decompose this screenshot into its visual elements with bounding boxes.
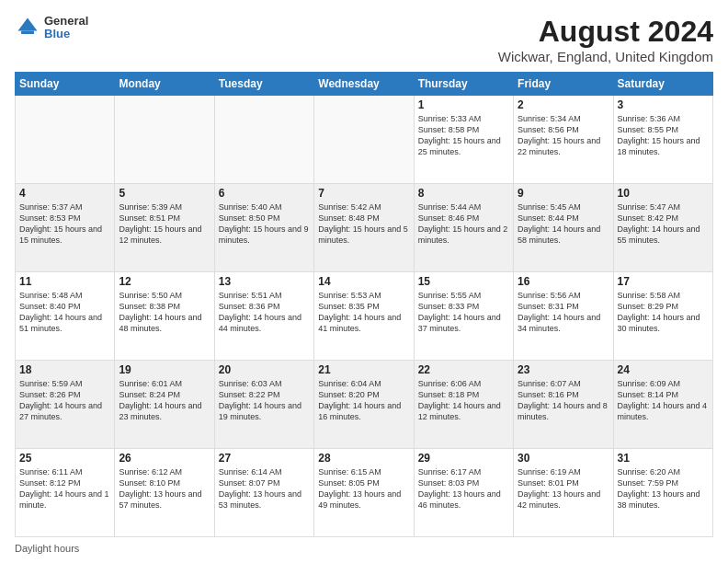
day-info: Sunrise: 5:33 AM Sunset: 8:58 PM Dayligh…: [418, 113, 509, 158]
day-number: 6: [219, 187, 310, 200]
day-number: 2: [518, 98, 609, 111]
calendar-cell: 20Sunrise: 6:03 AM Sunset: 8:22 PM Dayli…: [214, 361, 313, 449]
day-info: Sunrise: 5:53 AM Sunset: 8:35 PM Dayligh…: [318, 290, 409, 335]
day-info: Sunrise: 5:39 AM Sunset: 8:51 PM Dayligh…: [119, 201, 210, 247]
day-number: 12: [119, 275, 210, 288]
week-row-2: 11Sunrise: 5:48 AM Sunset: 8:40 PM Dayli…: [16, 272, 713, 361]
calendar-cell: 31Sunrise: 6:20 AM Sunset: 7:59 PM Dayli…: [613, 449, 712, 537]
day-info: Sunrise: 5:37 AM Sunset: 8:53 PM Dayligh…: [19, 201, 110, 247]
day-info: Sunrise: 6:11 AM Sunset: 8:12 PM Dayligh…: [19, 466, 110, 511]
day-number: 24: [618, 363, 709, 376]
calendar-cell: 30Sunrise: 6:19 AM Sunset: 8:01 PM Dayli…: [514, 449, 613, 537]
logo-text: General Blue: [44, 15, 88, 41]
day-number: 16: [518, 275, 609, 288]
main-title: August 2024: [498, 15, 713, 49]
day-info: Sunrise: 5:59 AM Sunset: 8:26 PM Dayligh…: [19, 378, 110, 423]
title-block: August 2024 Wickwar, England, United Kin…: [498, 15, 713, 64]
day-number: 1: [418, 98, 509, 111]
calendar-cell: 19Sunrise: 6:01 AM Sunset: 8:24 PM Dayli…: [115, 361, 214, 449]
calendar-cell: 9Sunrise: 5:45 AM Sunset: 8:44 PM Daylig…: [514, 184, 613, 272]
day-number: 9: [518, 187, 609, 200]
day-info: Sunrise: 5:51 AM Sunset: 8:36 PM Dayligh…: [219, 290, 310, 335]
col-header-friday: Friday: [514, 73, 613, 96]
calendar-cell: 6Sunrise: 5:40 AM Sunset: 8:50 PM Daylig…: [214, 184, 313, 272]
day-number: 26: [119, 452, 210, 465]
logo-icon: [15, 15, 40, 40]
day-number: 5: [119, 187, 210, 200]
calendar-cell: [16, 96, 115, 184]
page: General Blue August 2024 Wickwar, Englan…: [0, 0, 728, 563]
day-info: Sunrise: 6:19 AM Sunset: 8:01 PM Dayligh…: [518, 466, 609, 511]
day-info: Sunrise: 6:15 AM Sunset: 8:05 PM Dayligh…: [318, 466, 409, 511]
day-info: Sunrise: 5:48 AM Sunset: 8:40 PM Dayligh…: [19, 290, 110, 335]
calendar-cell: [314, 96, 414, 184]
day-info: Sunrise: 6:09 AM Sunset: 8:14 PM Dayligh…: [618, 378, 709, 423]
day-number: 25: [19, 452, 110, 465]
col-header-sunday: Sunday: [16, 73, 115, 96]
day-info: Sunrise: 6:20 AM Sunset: 7:59 PM Dayligh…: [618, 466, 709, 511]
logo: General Blue: [15, 15, 88, 41]
col-header-saturday: Saturday: [613, 73, 712, 96]
day-number: 8: [418, 187, 509, 200]
day-info: Sunrise: 6:12 AM Sunset: 8:10 PM Dayligh…: [119, 466, 210, 511]
day-number: 22: [418, 363, 509, 376]
day-info: Sunrise: 5:34 AM Sunset: 8:56 PM Dayligh…: [518, 113, 609, 158]
day-info: Sunrise: 5:44 AM Sunset: 8:46 PM Dayligh…: [418, 201, 509, 247]
calendar-cell: 13Sunrise: 5:51 AM Sunset: 8:36 PM Dayli…: [214, 272, 313, 361]
footer: Daylight hours: [15, 543, 713, 554]
day-info: Sunrise: 5:45 AM Sunset: 8:44 PM Dayligh…: [518, 201, 609, 247]
calendar-cell: 15Sunrise: 5:55 AM Sunset: 8:33 PM Dayli…: [414, 272, 513, 361]
calendar-cell: 2Sunrise: 5:34 AM Sunset: 8:56 PM Daylig…: [514, 96, 613, 184]
calendar-cell: 3Sunrise: 5:36 AM Sunset: 8:55 PM Daylig…: [613, 96, 712, 184]
day-info: Sunrise: 5:47 AM Sunset: 8:42 PM Dayligh…: [618, 201, 709, 247]
calendar-cell: [115, 96, 214, 184]
calendar-cell: 27Sunrise: 6:14 AM Sunset: 8:07 PM Dayli…: [214, 449, 313, 537]
day-info: Sunrise: 5:56 AM Sunset: 8:31 PM Dayligh…: [518, 290, 609, 335]
day-number: 21: [318, 363, 409, 376]
calendar-cell: 16Sunrise: 5:56 AM Sunset: 8:31 PM Dayli…: [514, 272, 613, 361]
calendar-cell: 7Sunrise: 5:42 AM Sunset: 8:48 PM Daylig…: [314, 184, 414, 272]
logo-blue-text: Blue: [44, 28, 88, 40]
calendar-cell: 22Sunrise: 6:06 AM Sunset: 8:18 PM Dayli…: [414, 361, 513, 449]
day-info: Sunrise: 5:36 AM Sunset: 8:55 PM Dayligh…: [618, 113, 709, 158]
calendar-cell: 10Sunrise: 5:47 AM Sunset: 8:42 PM Dayli…: [613, 184, 712, 272]
week-row-3: 18Sunrise: 5:59 AM Sunset: 8:26 PM Dayli…: [16, 361, 713, 449]
calendar-cell: 23Sunrise: 6:07 AM Sunset: 8:16 PM Dayli…: [514, 361, 613, 449]
day-info: Sunrise: 6:06 AM Sunset: 8:18 PM Dayligh…: [418, 378, 509, 423]
day-number: 31: [618, 452, 709, 465]
day-info: Sunrise: 5:55 AM Sunset: 8:33 PM Dayligh…: [418, 290, 509, 335]
day-number: 20: [219, 363, 310, 376]
day-number: 4: [19, 187, 110, 200]
day-number: 28: [318, 452, 409, 465]
day-info: Sunrise: 6:14 AM Sunset: 8:07 PM Dayligh…: [219, 466, 310, 511]
calendar-cell: 26Sunrise: 6:12 AM Sunset: 8:10 PM Dayli…: [115, 449, 214, 537]
day-number: 17: [618, 275, 709, 288]
day-info: Sunrise: 5:58 AM Sunset: 8:29 PM Dayligh…: [618, 290, 709, 335]
day-number: 11: [19, 275, 110, 288]
col-header-tuesday: Tuesday: [214, 73, 313, 96]
day-info: Sunrise: 6:01 AM Sunset: 8:24 PM Dayligh…: [119, 378, 210, 423]
calendar-cell: 24Sunrise: 6:09 AM Sunset: 8:14 PM Dayli…: [613, 361, 712, 449]
header: General Blue August 2024 Wickwar, Englan…: [15, 15, 713, 64]
calendar-header-row: SundayMondayTuesdayWednesdayThursdayFrid…: [16, 73, 713, 96]
calendar-cell: 1Sunrise: 5:33 AM Sunset: 8:58 PM Daylig…: [414, 96, 513, 184]
day-info: Sunrise: 6:03 AM Sunset: 8:22 PM Dayligh…: [219, 378, 310, 423]
calendar-cell: 28Sunrise: 6:15 AM Sunset: 8:05 PM Dayli…: [314, 449, 414, 537]
day-number: 23: [518, 363, 609, 376]
week-row-0: 1Sunrise: 5:33 AM Sunset: 8:58 PM Daylig…: [16, 96, 713, 184]
calendar-cell: 21Sunrise: 6:04 AM Sunset: 8:20 PM Dayli…: [314, 361, 414, 449]
subtitle: Wickwar, England, United Kingdom: [498, 49, 713, 64]
calendar-cell: 14Sunrise: 5:53 AM Sunset: 8:35 PM Dayli…: [314, 272, 414, 361]
week-row-4: 25Sunrise: 6:11 AM Sunset: 8:12 PM Dayli…: [16, 449, 713, 537]
calendar-cell: 25Sunrise: 6:11 AM Sunset: 8:12 PM Dayli…: [16, 449, 115, 537]
calendar-cell: 12Sunrise: 5:50 AM Sunset: 8:38 PM Dayli…: [115, 272, 214, 361]
day-number: 7: [318, 187, 409, 200]
calendar-table: SundayMondayTuesdayWednesdayThursdayFrid…: [15, 72, 713, 537]
calendar-cell: 5Sunrise: 5:39 AM Sunset: 8:51 PM Daylig…: [115, 184, 214, 272]
day-info: Sunrise: 5:40 AM Sunset: 8:50 PM Dayligh…: [219, 201, 310, 247]
day-number: 14: [318, 275, 409, 288]
day-number: 15: [418, 275, 509, 288]
day-number: 27: [219, 452, 310, 465]
day-info: Sunrise: 6:07 AM Sunset: 8:16 PM Dayligh…: [518, 378, 609, 423]
day-info: Sunrise: 5:50 AM Sunset: 8:38 PM Dayligh…: [119, 290, 210, 335]
